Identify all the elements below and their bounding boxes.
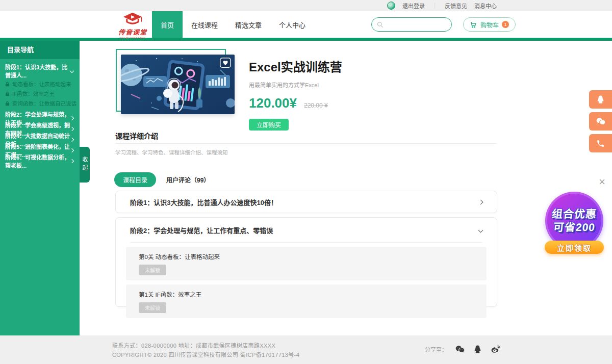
accordion-stage2-header[interactable]: 阶段2：学会处理与规范，让工作有重点、零错误 <box>116 218 497 242</box>
footer-text: 联系方式：028-0000000 地址：成都市武侯区槐树店南路XXXX COPY… <box>112 341 299 359</box>
accordion-stage1-title: 阶段1：认识3大技能，比普通人办公速度快10倍！ <box>130 197 277 207</box>
original-price: 220.00 ¥ <box>304 102 328 109</box>
nav-item-home[interactable]: 首页 <box>152 11 183 38</box>
promo-line2: 可省200 <box>553 221 596 234</box>
sidebar-lesson-item[interactable]: IF函数：效率之王 <box>0 89 80 98</box>
feedback-link[interactable]: 反馈意见 <box>445 2 467 10</box>
tab-user-comments[interactable]: 用户评论（99） <box>166 175 210 184</box>
search-icon <box>376 21 384 29</box>
lock-icon <box>5 91 10 96</box>
share-label: 分享至： <box>425 345 447 353</box>
locked-badge: 未解锁 <box>139 302 166 313</box>
logo-title: 传音课堂 <box>111 27 154 37</box>
accordion-stage1[interactable]: 阶段1：认识3大技能，比普通人办公速度快10倍！ <box>115 191 497 213</box>
cart-button[interactable]: 购物车 1 <box>463 17 516 32</box>
contact-float-bar <box>589 90 612 152</box>
share-bar: 分享至： <box>425 344 501 354</box>
sidebar-item-stage6[interactable]: 阶段6：可视化数据分析，帮老板... <box>0 155 80 166</box>
chevron-right-icon <box>70 159 74 163</box>
chevron-right-icon <box>478 199 483 204</box>
locked-badge: 未解锁 <box>139 265 166 275</box>
accordion-stage2-title: 阶段2：学会处理与规范，让工作有重点、零错误 <box>130 225 273 235</box>
course-subtitle: 用最简单实用的方式学Excel <box>249 81 342 89</box>
sidebar-title: 目录导航 <box>0 41 80 59</box>
main-header: 传音课堂 CHUANYINKETANG 首页 在线课程 精选文章 个人中心 搜索… <box>0 11 612 38</box>
stage1-sub-list: 动态看板：让表格动起来 IF函数：效率之王 查询函数：让数据自己说话 <box>0 79 80 108</box>
main-nav: 首页 在线课程 精选文章 个人中心 <box>152 11 314 38</box>
sidebar-stage1-label: 阶段1：认识3大技能，比普通人... <box>5 63 70 79</box>
messages-link[interactable]: 消息中心 <box>474 2 497 10</box>
promo-line1: 组合优惠 <box>551 207 598 221</box>
tab-course-catalog[interactable]: 课程目录 <box>114 172 156 187</box>
favorite-heart-icon[interactable] <box>220 58 231 68</box>
logo-subtitle: CHUANYINKETANG <box>111 37 154 39</box>
lesson-row[interactable]: 第0关 动态看板：让表格动起来 未解锁 <box>126 247 487 280</box>
chevron-right-icon <box>70 126 74 131</box>
footer-copyright: COPYRIGHT© 2020 四川传音课堂科技有限公司 蜀ICP备170177… <box>112 350 299 359</box>
course-info: Excel实战训练营 用最简单实用的方式学Excel 120.00¥ 220.0… <box>249 57 342 131</box>
accordion-divider <box>130 242 482 243</box>
buy-now-button[interactable]: 立即购买 <box>249 119 289 131</box>
lock-icon <box>5 101 10 106</box>
content-tabs: 课程目录 用户评论（99） <box>114 172 210 187</box>
sidebar-item-stage1[interactable]: 阶段1：认识3大技能，比普通人... <box>0 66 80 75</box>
utility-bar: 退出登录 ｜ 反馈意见 消息中心 <box>0 0 612 11</box>
chevron-right-icon <box>70 116 74 120</box>
header-accent-bar <box>0 38 612 41</box>
user-avatar[interactable] <box>387 2 395 10</box>
course-media <box>116 49 235 115</box>
share-wechat-icon[interactable] <box>455 344 465 354</box>
section-divider <box>115 143 497 144</box>
lesson-label: 动态看板：让表格动起来 <box>12 80 71 88</box>
nav-item-articles[interactable]: 精选文章 <box>226 11 270 38</box>
topbar-divider: ｜ <box>432 2 438 10</box>
cart-label: 购物车 <box>480 20 499 29</box>
chevron-down-icon <box>70 68 74 72</box>
qq-icon <box>596 95 605 105</box>
lesson-title: 第0关 动态看板：让表格动起来 <box>139 252 474 261</box>
current-price: 120.00¥ <box>249 95 297 111</box>
catalog-sidebar: 目录导航 阶段1：认识3大技能，比普通人... 动态看板：让表格动起来 IF函数… <box>0 41 80 335</box>
lesson-title: 第1关 IF函数：效率之王 <box>139 290 474 298</box>
chevron-right-icon <box>70 148 74 152</box>
lesson-label: 查询函数：让数据自己说话 <box>12 99 76 107</box>
claim-coupon-button[interactable]: 立即领取 <box>545 241 604 254</box>
course-title: Excel实战训练营 <box>249 57 342 75</box>
wechat-icon <box>596 116 606 126</box>
detail-section-title: 课程详细介绍 <box>115 131 158 141</box>
logout-link[interactable]: 退出登录 <box>402 2 425 10</box>
cart-count-badge: 1 <box>502 21 509 28</box>
search-box: 搜索 <box>371 17 452 32</box>
lesson-row[interactable]: 第1关 IF函数：效率之王 未解锁 <box>126 284 487 318</box>
chevron-right-icon <box>70 137 74 141</box>
lock-icon <box>5 82 10 87</box>
sidebar-lesson-item[interactable]: 动态看板：让表格动起来 <box>0 79 80 89</box>
stage-label: 阶段6：可视化数据分析，帮老板... <box>5 153 70 169</box>
phone-contact-button[interactable] <box>589 134 612 152</box>
sidebar-lesson-item[interactable]: 查询函数：让数据自己说话 <box>0 98 80 108</box>
nav-item-courses[interactable]: 在线课程 <box>183 11 226 38</box>
share-qq-icon[interactable] <box>473 345 482 354</box>
promo-close-icon[interactable]: × <box>599 176 605 188</box>
accordion-stage2: 阶段2：学会处理与规范，让工作有重点、零错误 第0关 动态看板：让表格动起来 未… <box>115 217 497 307</box>
price-row: 120.00¥ 220.00 ¥ <box>249 95 342 111</box>
course-cover-image[interactable] <box>121 55 235 114</box>
phone-icon <box>596 139 605 148</box>
sidebar-collapse-button[interactable]: 收起 <box>80 147 90 183</box>
detail-section-desc: 学习流程、学习特色、课程详细介绍、课程须知 <box>115 148 228 156</box>
graduation-cap-icon <box>122 12 143 26</box>
page-footer: 联系方式：028-0000000 地址：成都市武侯区槐树店南路XXXX COPY… <box>0 335 612 364</box>
space-illustration <box>121 55 235 114</box>
footer-contact: 联系方式：028-0000000 地址：成都市武侯区槐树店南路XXXX <box>112 341 299 350</box>
nav-item-profile[interactable]: 个人中心 <box>270 11 314 38</box>
site-logo[interactable]: 传音课堂 CHUANYINKETANG <box>111 12 154 39</box>
share-weibo-icon[interactable] <box>490 344 501 354</box>
wechat-contact-button[interactable] <box>589 112 612 131</box>
cart-icon <box>470 21 477 29</box>
lesson-label: IF函数：效率之王 <box>12 90 55 97</box>
qq-contact-button[interactable] <box>589 90 612 109</box>
chevron-down-icon <box>478 227 483 232</box>
